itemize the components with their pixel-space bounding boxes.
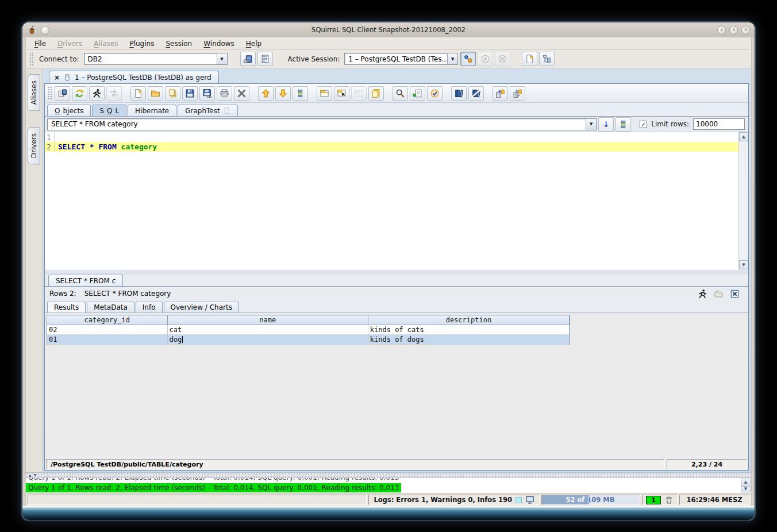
garbage-collect-icon[interactable]	[664, 495, 674, 504]
sql-history-list-button[interactable]	[293, 86, 308, 101]
clear-editor-button[interactable]	[234, 86, 249, 101]
bookmarks-icon	[454, 88, 464, 98]
find-button[interactable]	[393, 86, 408, 101]
bookmarks-button[interactable]	[451, 86, 467, 101]
scroll-up-icon[interactable]: ▲	[739, 132, 748, 141]
chevron-down-icon[interactable]: ▼	[586, 119, 596, 130]
table-cell[interactable]: cat	[168, 325, 368, 335]
append-sql-file-button[interactable]	[165, 86, 180, 101]
table-cell[interactable]: kinds of cats	[368, 325, 570, 335]
splitter-expand-up-icon[interactable]: ▲	[28, 473, 32, 477]
sidebar-tab-drivers[interactable]: Drivers	[28, 127, 40, 164]
editor-line[interactable]: 1	[45, 132, 738, 142]
sql-editor[interactable]: 1 2 SELECT * FROM category	[45, 132, 738, 269]
table-cell[interactable]: 02	[47, 325, 168, 335]
toolbar-grip[interactable]	[29, 52, 33, 65]
open-sql-file-button[interactable]	[148, 86, 163, 101]
table-cell-editing[interactable]: dog	[168, 335, 368, 345]
toolbar-grip[interactable]	[48, 86, 52, 100]
table-cell[interactable]: 01	[47, 335, 168, 345]
editor-scrollbar[interactable]: ▲ ▼	[738, 132, 748, 269]
statusbar: Logs: Errors 1, Warnings 0, Infos 190 52…	[26, 493, 751, 506]
remove-bookmarks-icon	[471, 88, 481, 98]
tab-hibernate[interactable]: Hibernate	[128, 105, 176, 116]
menu-file[interactable]: File	[29, 38, 51, 49]
results-query-tab[interactable]: SELECT * FROM c	[48, 275, 123, 286]
table-export-1-button[interactable]	[493, 86, 508, 101]
new-session-window-button[interactable]	[522, 52, 537, 66]
sql-history-value: SELECT * FROM category	[48, 120, 586, 128]
rerun-sql-button[interactable]	[695, 288, 709, 300]
maximize-button[interactable]: ∧	[729, 26, 738, 34]
session-tab[interactable]: × 1 – PostgreSQL TestDB (TestDB) as gerd	[49, 71, 219, 83]
table-cell[interactable]: kinds of dogs	[368, 335, 570, 345]
toolbar-separator	[251, 93, 256, 94]
next-sql-button[interactable]	[275, 86, 291, 101]
chevron-down-icon[interactable]: ▼	[447, 53, 457, 64]
save-sql-file-as-button[interactable]	[199, 86, 215, 101]
table-row[interactable]: 02catkinds of cats	[47, 325, 570, 335]
close-session-icon[interactable]: ×	[54, 74, 60, 81]
logs-status[interactable]: Logs: Errors 1, Warnings 0, Infos 190	[368, 495, 540, 505]
column-header-name[interactable]: name	[168, 315, 368, 325]
goto-results-tab-button[interactable]	[334, 86, 349, 101]
tab-sql[interactable]: SQL	[92, 105, 126, 116]
splitter-expand-down-icon[interactable]: ▼	[33, 473, 37, 477]
view-sql-history-button[interactable]	[55, 86, 70, 101]
message-panel-splitter[interactable]: ▲ ▼	[26, 472, 751, 477]
session-tree-button[interactable]	[539, 52, 555, 66]
new-sql-file-button[interactable]	[130, 86, 146, 101]
editor-results-splitter[interactable]	[45, 269, 748, 273]
menu-windows[interactable]: Windows	[198, 38, 240, 49]
sidebar-tab-aliases[interactable]: Aliases	[28, 74, 40, 111]
reformat-sql-button[interactable]	[410, 86, 425, 101]
column-header-description[interactable]: description	[368, 315, 570, 325]
connect-alias-combo[interactable]: DB2 ▼	[84, 53, 228, 65]
memory-gauge[interactable]: 52 of 109 MB 52 of 109 MB	[541, 495, 640, 505]
close-button[interactable]: ×	[741, 26, 750, 34]
tab-results[interactable]: Results	[47, 302, 86, 313]
active-session-combo[interactable]: 1 – PostgreSQL TestDB (Tes... ▼	[344, 53, 458, 65]
tab-info[interactable]: Info	[136, 302, 163, 313]
tab-overview-charts[interactable]: Overview / Charts	[164, 302, 239, 313]
quote-sql-button[interactable]	[427, 86, 443, 101]
menu-help[interactable]: Help	[241, 38, 267, 49]
tab-objects[interactable]: Objects	[47, 105, 91, 116]
menu-session[interactable]: Session	[160, 38, 197, 49]
scroll-up-icon[interactable]: ▲	[741, 479, 751, 485]
scroll-down-icon[interactable]: ▼	[739, 260, 748, 269]
tab-metadata[interactable]: MetaData	[87, 302, 134, 313]
detach-results-button[interactable]	[711, 288, 725, 300]
menu-plugins[interactable]: Plugins	[124, 38, 159, 49]
refresh-schema-button[interactable]	[72, 86, 87, 101]
scroll-down-icon[interactable]: ▼	[741, 486, 751, 493]
print-sql-button[interactable]	[217, 86, 232, 101]
limit-rows-checkbox[interactable]: ✓	[640, 121, 647, 128]
minimize-button[interactable]: ∨	[717, 26, 726, 34]
remove-bookmarks-button[interactable]	[468, 86, 484, 101]
column-header-category_id[interactable]: category_id	[47, 315, 168, 325]
new-results-tab-button[interactable]	[317, 86, 332, 101]
sql-history-combo[interactable]: SELECT * FROM category ▼	[47, 118, 597, 130]
duplicate-results-tab-button[interactable]	[368, 86, 384, 101]
last-sql-button[interactable]: ↓	[598, 117, 614, 132]
table-export-2-button[interactable]	[510, 86, 525, 101]
statusbar-spacer	[28, 495, 367, 505]
chevron-down-icon[interactable]: ▼	[217, 53, 227, 64]
previous-sql-button[interactable]	[258, 86, 274, 101]
connect-to-alias-button[interactable]	[240, 52, 256, 66]
run-sql-button[interactable]	[89, 86, 105, 101]
sql-dropdown-list-button[interactable]	[616, 117, 631, 132]
table-row[interactable]: 01dogkinds of dogs	[47, 335, 570, 345]
page-icon	[223, 107, 230, 114]
alias-properties-button[interactable]	[257, 52, 273, 66]
tab-graphtest[interactable]: GraphTest	[178, 105, 237, 116]
database-icon	[63, 74, 71, 82]
editor-line-current[interactable]: 2 SELECT * FROM category	[45, 142, 738, 152]
goto-session-window-button[interactable]	[460, 52, 476, 66]
save-sql-file-button[interactable]	[182, 86, 198, 101]
message-scrollbar[interactable]: ▲ ▼	[741, 479, 751, 492]
log-viewer-icon[interactable]	[525, 495, 534, 504]
close-results-tab-button[interactable]	[728, 288, 741, 300]
limit-rows-input[interactable]: 10000	[693, 118, 745, 130]
